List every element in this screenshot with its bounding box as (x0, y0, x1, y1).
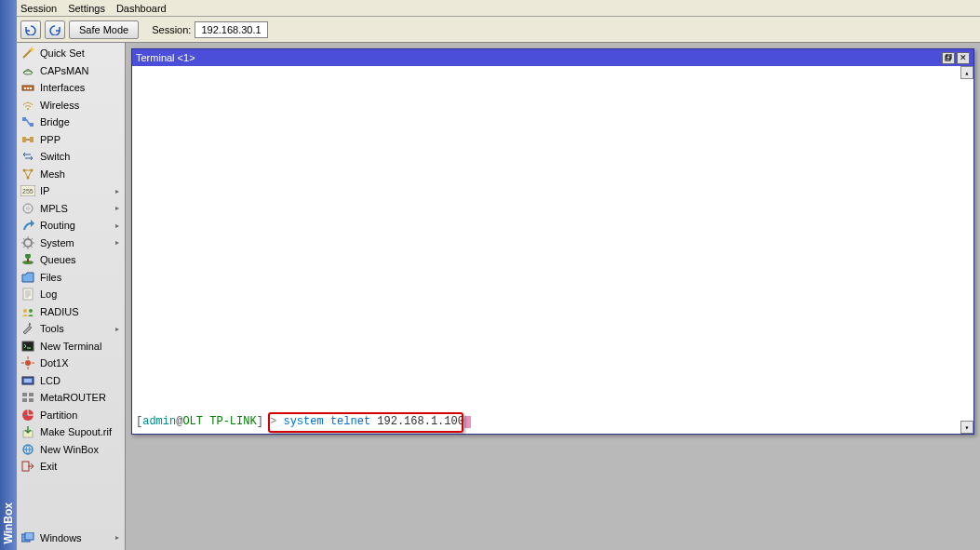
session-value[interactable]: 192.168.30.1 (195, 21, 267, 38)
cap-icon (20, 63, 35, 78)
terminal-body[interactable]: ▴ ▾ [admin@OLT TP-LINK] > system telnet … (132, 66, 973, 434)
sidebar-item-label: Make Supout.rif (40, 426, 121, 437)
terminal-cursor (464, 416, 471, 428)
svg-point-6 (27, 108, 29, 110)
route-icon (20, 218, 35, 233)
bridge-icon (20, 114, 35, 129)
toolbar: Safe Mode Session: 192.168.30.1 (17, 17, 980, 43)
sidebar-item-label: Exit (40, 461, 121, 472)
switch-icon (20, 149, 35, 164)
wifi-icon (20, 98, 35, 113)
sidebar-item-dot1x[interactable]: Dot1X (17, 355, 125, 372)
svg-point-18 (24, 239, 32, 247)
sidebar-item-capsman[interactable]: CAPsMAN (17, 62, 125, 80)
sidebar-item-partition[interactable]: Partition (17, 407, 125, 424)
ip-icon: 255 (20, 183, 35, 198)
menu-settings[interactable]: Settings (68, 3, 105, 14)
sidebar-item-ip[interactable]: 255IP▸ (17, 182, 125, 200)
svg-rect-3 (24, 87, 26, 89)
window-titlebar[interactable]: Terminal <1> ✕ (132, 49, 973, 66)
sidebar-item-label: MetaROUTER (40, 392, 121, 403)
sidebar-item-lcd[interactable]: LCD (17, 372, 125, 390)
sidebar-item-new-terminal[interactable]: New Terminal (17, 338, 125, 355)
menu-dashboard[interactable]: Dashboard (116, 3, 167, 14)
sidebar-item-ppp[interactable]: PPP (17, 131, 125, 149)
lcd-icon (20, 373, 35, 388)
app-title: WinBox (2, 503, 15, 544)
meta-icon (20, 390, 35, 405)
sidebar-item-quick-set[interactable]: Quick Set (17, 45, 125, 62)
svg-rect-9 (22, 137, 26, 142)
sidebar-item-make-supout-rif[interactable]: Make Supout.rif (17, 423, 125, 441)
sidebar-item-files[interactable]: Files (17, 269, 125, 287)
sidebar-item-label: Dot1X (40, 357, 121, 369)
session-label: Session: (152, 24, 191, 35)
menu-session[interactable]: Session (20, 3, 57, 14)
sidebar-item-system[interactable]: System▸ (17, 235, 125, 252)
sidebar-item-tools[interactable]: Tools▸ (17, 320, 125, 338)
window-close-button[interactable]: ✕ (957, 52, 970, 64)
term-icon (20, 339, 35, 354)
sidebar-item-label: CAPsMAN (40, 65, 121, 76)
sidebar-item-windows[interactable]: Windows ▸ (17, 530, 125, 547)
sidebar-item-label: Wireless (40, 100, 121, 111)
winbox-icon (20, 442, 35, 457)
queue-icon (20, 252, 35, 267)
scroll-up-button[interactable]: ▴ (960, 66, 973, 79)
sidebar-item-bridge[interactable]: Bridge (17, 114, 125, 131)
sidebar-item-label: Tools (40, 323, 109, 334)
safe-mode-button[interactable]: Safe Mode (69, 20, 139, 39)
sidebar-item-wireless[interactable]: Wireless (17, 97, 125, 114)
svg-rect-28 (22, 393, 27, 396)
sidebar-item-interfaces[interactable]: Interfaces (17, 79, 125, 97)
sidebar-item-exit[interactable]: Exit (17, 458, 125, 476)
sidebar-item-mesh[interactable]: Mesh (17, 166, 125, 183)
sidebar-item-queues[interactable]: Queues (17, 251, 125, 269)
sidebar-item-radius[interactable]: RADIUS (17, 303, 125, 321)
svg-rect-21 (23, 288, 33, 300)
window-controls: ✕ (942, 52, 970, 64)
sidebar-item-label: Switch (40, 151, 121, 162)
expand-icon: ▸ (114, 239, 121, 247)
ppp-icon (20, 132, 35, 147)
part-icon (20, 408, 35, 423)
svg-rect-10 (30, 137, 34, 142)
sidebar-item-label: MPLS (40, 203, 109, 214)
svg-rect-35 (22, 462, 29, 471)
svg-rect-4 (27, 87, 29, 89)
svg-rect-24 (22, 342, 34, 351)
expand-icon: ▸ (114, 534, 121, 542)
supout-icon (20, 424, 35, 439)
expand-icon: ▸ (114, 221, 121, 229)
redo-button[interactable] (45, 20, 65, 39)
sidebar-item-metarouter[interactable]: MetaROUTER (17, 389, 125, 407)
scroll-down-button[interactable]: ▾ (960, 421, 973, 434)
svg-rect-5 (30, 87, 32, 89)
menu-bar: Session Settings Dashboard (17, 0, 980, 17)
svg-rect-8 (30, 123, 34, 127)
sidebar-item-label: Windows (40, 532, 109, 543)
files-icon (20, 270, 35, 285)
sidebar-item-label: RADIUS (40, 306, 121, 317)
wand-icon (20, 46, 35, 60)
workspace: Quick SetCAPsMANInterfacesWirelessBridge… (17, 43, 980, 550)
svg-point-23 (29, 309, 33, 313)
windows-icon (20, 530, 35, 545)
sidebar-item-mpls[interactable]: MPLS▸ (17, 200, 125, 218)
mesh-icon (20, 167, 35, 181)
sidebar-item-log[interactable]: Log (17, 286, 125, 303)
undo-button[interactable] (20, 20, 41, 39)
session-wrap: Session: 192.168.30.1 (152, 21, 267, 38)
svg-rect-37 (25, 532, 34, 540)
sidebar-item-label: IP (40, 185, 109, 196)
terminal-window: Terminal <1> ✕ ▴ ▾ [admin@OLT TP-LINK] >… (131, 48, 974, 435)
sidebar-item-new-winbox[interactable]: New WinBox (17, 441, 125, 459)
app-title-strip: WinBox (0, 0, 17, 550)
window-restore-button[interactable] (942, 52, 955, 64)
sidebar-item-switch[interactable]: Switch (17, 148, 125, 166)
dot1x-icon (20, 355, 35, 370)
expand-icon: ▸ (114, 325, 121, 332)
svg-point-25 (25, 360, 31, 366)
svg-rect-31 (29, 398, 34, 402)
sidebar-item-routing[interactable]: Routing▸ (17, 217, 125, 235)
